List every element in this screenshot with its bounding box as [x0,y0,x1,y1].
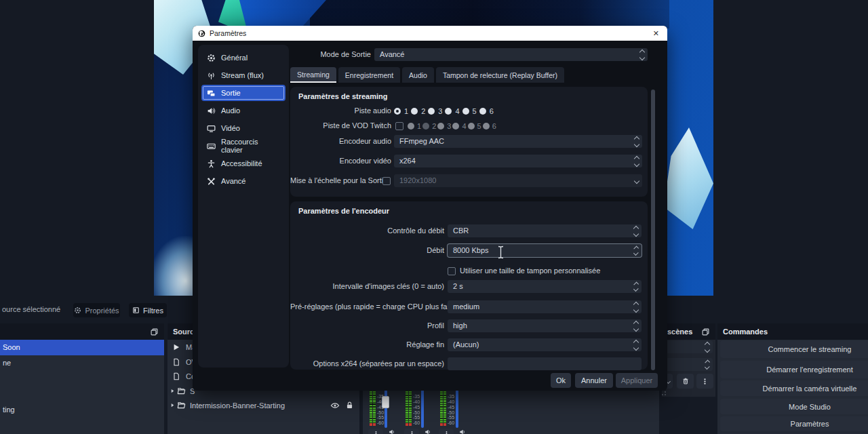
sidebar-item-stream[interactable]: Stream (flux) [201,67,285,83]
volume-meter [370,387,372,426]
sidebar-item-accessibility[interactable]: Accessibilité [201,155,285,172]
ok-button[interactable]: Ok [551,373,571,388]
scene-item[interactable]: ting [0,402,164,418]
radio[interactable] [428,108,435,115]
source-item-label: Intermission-Banner-Starting [190,401,285,410]
tune-select[interactable]: (Aucun) [448,338,642,351]
scene-item[interactable] [0,387,164,402]
custom-buffer-checkbox[interactable] [448,267,456,275]
rescale-checkbox[interactable] [382,177,391,185]
radio-label: 1 [417,122,421,130]
radio[interactable] [408,123,414,130]
meter-tick: -45 [413,405,420,410]
channel-menu-button[interactable] [368,429,383,434]
scene-item[interactable] [0,371,164,387]
sidebar-item-hotkeys[interactable]: Raccourcis clavier [201,138,285,154]
keyint-spinner[interactable]: 2 s [448,280,642,293]
folder-icon [177,401,186,410]
preset-select[interactable]: medium [448,300,642,313]
meter-tick: -50 [413,410,420,415]
sidebar-item-audio[interactable]: Audio [201,102,285,119]
start-streaming-button[interactable]: Commencer le streaming [720,340,868,358]
start-virtual-camera-button[interactable]: Démarrer la caméra virtuelle [720,380,868,396]
speaker-icon[interactable] [389,429,395,434]
radio-selected[interactable] [394,108,401,115]
transition-menu-button[interactable] [696,374,713,389]
channel-menu-button[interactable] [404,429,419,434]
x264-options-input[interactable] [448,357,642,370]
sidebar-item-video[interactable]: Vidéo [201,120,285,136]
folder-icon [177,387,186,395]
kebab-icon [701,378,709,385]
file-icon [172,358,180,366]
tab-audio[interactable]: Audio [402,67,434,83]
volume-slider[interactable] [421,387,424,428]
speaker-icon[interactable] [459,429,466,434]
close-icon[interactable]: ✕ [650,29,662,38]
chevron-updown-icon [705,340,709,353]
transitions-dock-header: scènes [662,323,715,340]
scene-item[interactable]: ne [0,355,164,371]
volume-slider-handle[interactable] [382,396,389,408]
audio-encoder-value: FFmpeg AAC [399,137,444,145]
caret-right-icon[interactable] [170,389,175,393]
radio-label: 1 [404,107,408,115]
radio[interactable] [437,123,444,130]
radio[interactable] [452,123,459,130]
apply-button[interactable]: Appliquer [616,373,658,388]
volume-slider[interactable] [456,387,458,428]
cancel-button[interactable]: Annuler [575,373,613,388]
rate-control-select[interactable]: CBR [448,224,642,237]
speaker-icon[interactable] [425,429,431,434]
profile-select[interactable]: high [448,319,642,332]
transition-select[interactable] [665,340,713,353]
dialog-scrollbar[interactable] [651,90,655,370]
audio-track-radios: 1 2 3 4 5 6 [394,104,496,117]
vod-track-checkbox[interactable] [395,122,403,130]
rescale-label: Mise à l'échelle pour la Sortie [290,174,380,187]
tools-icon [207,177,216,186]
transition-duration-spinner[interactable] [665,358,713,371]
eye-icon[interactable] [330,401,340,410]
sidebar-item-label: Raccourcis clavier [221,138,280,154]
settings-button[interactable]: Paramètres [720,416,868,431]
rate-control-label: Contrôle du débit [290,224,444,237]
sidebar-item-advanced[interactable]: Avancé [201,173,285,189]
text-cursor-pointer [497,245,505,259]
video-encoder-select[interactable]: x264 [394,155,642,167]
output-mode-select[interactable]: Avancé [374,48,648,61]
sidebar-item-output[interactable]: Sortie [201,85,285,101]
radio[interactable] [483,123,490,130]
wallpaper-shade [310,0,669,28]
tab-recording[interactable]: Enregistrement [338,67,400,83]
radio[interactable] [479,108,486,115]
tune-value: (Aucun) [453,340,479,349]
sidebar-item-general[interactable]: Général [201,50,285,66]
preset-value: medium [453,302,479,311]
studio-mode-button[interactable]: Mode Studio [720,399,868,414]
bitrate-spinner[interactable]: 8000 Kbps [448,244,642,257]
tab-replay-buffer[interactable]: Tampon de relecture (Replay Buffer) [436,67,564,83]
radio[interactable] [468,123,475,130]
radio[interactable] [445,108,452,115]
audio-encoder-select[interactable]: FFmpeg AAC [394,135,642,148]
start-recording-button[interactable]: Démarrer l'enregistrement [720,361,868,378]
gear-icon [207,54,216,62]
transitions-dock-title: scènes [667,328,692,336]
caret-right-icon[interactable] [170,403,175,408]
radio[interactable] [411,108,418,115]
controls-dock: Commandes Commencer le streaming Démarre… [717,323,868,434]
source-item[interactable]: Intermission-Banner-Starting [167,398,359,412]
streaming-settings-card: Paramètres de streaming Piste audio 1 2 … [290,87,648,197]
radio-selected[interactable] [422,123,429,130]
radio[interactable] [462,108,469,115]
tab-streaming[interactable]: Streaming [290,67,336,83]
channel-menu-button[interactable] [439,429,454,434]
resize-grip[interactable] [662,391,667,396]
properties-button[interactable]: Propriétés [73,303,120,317]
remove-transition-button[interactable] [677,374,694,389]
rescale-resolution-select[interactable]: 1920x1080 [394,174,642,187]
lock-icon[interactable] [345,401,354,410]
filters-button[interactable]: Filtres [129,303,167,317]
scene-item[interactable]: Soon [0,340,164,355]
